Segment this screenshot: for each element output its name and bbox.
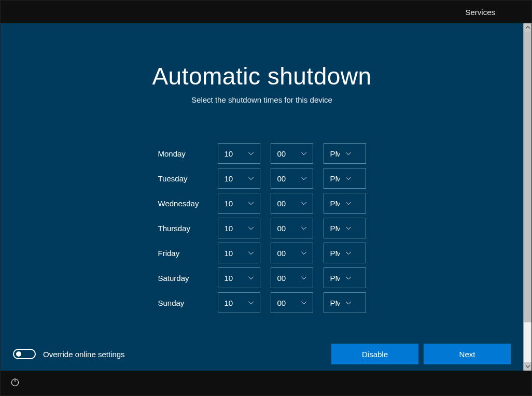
minute-dropdown[interactable]: 00 (271, 218, 313, 238)
override-label: Override online settings (43, 350, 125, 359)
chevron-down-icon (295, 199, 313, 207)
ampm-dropdown[interactable]: PM (324, 193, 366, 214)
hour-dropdown[interactable]: 10 (218, 143, 260, 164)
minute-dropdown[interactable]: 00 (271, 143, 313, 164)
chevron-down-icon (295, 224, 313, 232)
minute-dropdown[interactable]: 00 (271, 292, 313, 313)
hour-value: 10 (218, 174, 242, 183)
day-label: Friday (158, 249, 207, 258)
chevron-down-icon (242, 274, 260, 282)
override-toggle-wrap: Override online settings (13, 349, 125, 359)
schedule-row: Thursday1000PM (158, 218, 366, 238)
hour-value: 10 (218, 274, 242, 282)
minute-dropdown[interactable]: 00 (271, 267, 313, 288)
day-label: Tuesday (158, 174, 207, 183)
chevron-down-icon (295, 299, 313, 307)
power-icon[interactable] (10, 377, 20, 389)
minute-value: 00 (271, 249, 295, 258)
hour-dropdown[interactable]: 10 (218, 168, 260, 189)
minute-dropdown[interactable]: 00 (271, 168, 313, 189)
chevron-down-icon (340, 199, 357, 207)
minute-dropdown[interactable]: 00 (271, 243, 313, 263)
hour-value: 10 (218, 299, 242, 307)
scrollbar[interactable] (523, 23, 531, 371)
hour-value: 10 (218, 249, 242, 258)
hour-dropdown[interactable]: 10 (218, 193, 260, 214)
chevron-down-icon (242, 224, 260, 232)
ampm-value: PM (324, 274, 340, 282)
ampm-value: PM (324, 249, 340, 258)
minute-value: 00 (271, 299, 295, 307)
ampm-dropdown[interactable]: PM (324, 267, 366, 288)
ampm-value: PM (324, 199, 340, 208)
hour-value: 10 (218, 224, 242, 233)
schedule-row: Tuesday1000PM (158, 168, 366, 189)
toggle-knob (16, 351, 21, 357)
day-label: Saturday (158, 274, 207, 282)
minute-value: 00 (271, 149, 295, 158)
schedule-row: Wednesday1000PM (158, 193, 366, 214)
hour-dropdown[interactable]: 10 (218, 267, 260, 288)
day-label: Wednesday (158, 199, 207, 208)
page-subheading: Select the shutdown times for this devic… (1, 95, 523, 104)
chevron-down-icon (242, 174, 260, 182)
footer-buttons: Disable Next (331, 344, 511, 364)
hour-value: 10 (218, 149, 242, 158)
minute-value: 00 (271, 174, 295, 183)
disable-button[interactable]: Disable (331, 344, 418, 364)
chevron-down-icon (295, 274, 313, 282)
schedule-row: Sunday1000PM (158, 292, 366, 313)
minute-value: 00 (271, 224, 295, 233)
day-label: Monday (158, 149, 207, 158)
chevron-down-icon (295, 149, 313, 158)
day-label: Sunday (158, 299, 207, 307)
ampm-dropdown[interactable]: PM (324, 243, 366, 263)
ampm-dropdown[interactable]: PM (324, 143, 366, 164)
titlebar: Services (1, 1, 531, 23)
chevron-down-icon (295, 249, 313, 257)
ampm-value: PM (324, 299, 340, 307)
chevron-down-icon (340, 174, 357, 182)
chevron-down-icon (340, 299, 357, 307)
minute-value: 00 (271, 199, 295, 208)
scroll-up-arrow[interactable] (524, 23, 531, 32)
schedule-row: Friday1000PM (158, 243, 366, 263)
content: Automatic shutdown Select the shutdown t… (1, 23, 523, 371)
ampm-dropdown[interactable]: PM (324, 218, 366, 238)
hour-dropdown[interactable]: 10 (218, 218, 260, 238)
chevron-down-icon (295, 174, 313, 182)
chevron-down-icon (340, 274, 357, 282)
footer: Override online settings Disable Next (1, 337, 523, 371)
next-button[interactable]: Next (424, 344, 511, 364)
minute-value: 00 (271, 274, 295, 282)
minute-dropdown[interactable]: 00 (271, 193, 313, 214)
chevron-down-icon (242, 249, 260, 257)
chevron-down-icon (340, 149, 357, 158)
scroll-thumb[interactable] (524, 32, 531, 322)
chevron-down-icon (242, 299, 260, 307)
scroll-down-arrow[interactable] (524, 362, 531, 371)
app-window: Services Automatic shutdown Select the s… (0, 0, 532, 396)
chevron-down-icon (340, 224, 357, 232)
ampm-value: PM (324, 174, 340, 183)
schedule-row: Monday1000PM (158, 143, 366, 164)
taskbar (1, 371, 531, 395)
scroll-track[interactable] (524, 32, 531, 362)
hour-value: 10 (218, 199, 242, 208)
chevron-down-icon (340, 249, 357, 257)
ampm-dropdown[interactable]: PM (324, 292, 366, 313)
ampm-value: PM (324, 224, 340, 233)
page-heading: Automatic shutdown (1, 62, 523, 90)
ampm-value: PM (324, 149, 340, 158)
hero: Automatic shutdown Select the shutdown t… (1, 62, 523, 104)
chevron-down-icon (242, 149, 260, 158)
schedule-row: Saturday1000PM (158, 267, 366, 288)
titlebar-title: Services (465, 8, 495, 17)
override-toggle[interactable] (13, 349, 36, 359)
schedule: Monday1000PMTuesday1000PMWednesday1000PM… (158, 143, 366, 313)
day-label: Thursday (158, 224, 207, 233)
hour-dropdown[interactable]: 10 (218, 243, 260, 263)
content-wrap: Automatic shutdown Select the shutdown t… (1, 23, 531, 371)
hour-dropdown[interactable]: 10 (218, 292, 260, 313)
ampm-dropdown[interactable]: PM (324, 168, 366, 189)
